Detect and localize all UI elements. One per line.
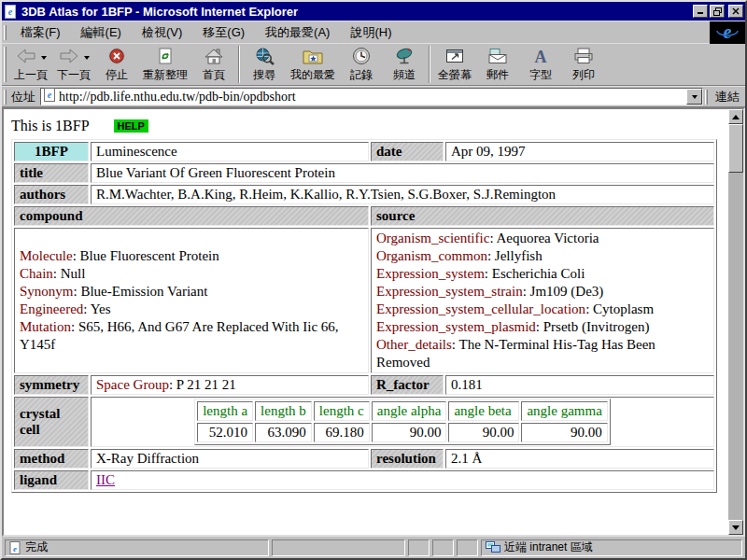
menu-view[interactable]: 檢視(V) [132,21,192,44]
authors-value: R.M.Wachter, B.A.King, R.Heim, K.Kallio,… [91,185,714,204]
scroll-down-button[interactable] [728,520,743,535]
favorites-icon [302,47,324,69]
history-button[interactable]: 記錄 [340,45,383,84]
pdb-summary-table: 1BFP Luminescence date Apr 09, 1997 titl… [11,139,717,493]
zone-text: 近端 intranet 區域 [504,539,593,555]
field-value: Escherichia Coli [492,266,585,281]
symmetry-value: Space GroupP 21 21 21 [91,375,369,395]
field-value: Aequorea Victoria [496,231,599,245]
menu-help[interactable]: 說明(H) [340,21,402,44]
back-icon [15,47,37,69]
field-key: Organism_scientific [376,231,496,245]
page-icon: e [43,88,56,105]
back-button[interactable]: 上一頁 [9,45,52,84]
field-key: Synonym [20,284,80,299]
field-value: Blue Fluorescent Protein [80,248,219,263]
stop-icon [106,47,127,69]
chevron-down-icon [692,95,698,99]
vertical-scrollbar[interactable] [728,109,743,535]
cell-value: 69.180 [314,423,370,442]
ligand-link[interactable]: IIC [96,472,115,487]
refresh-button[interactable]: 重新整理 [138,45,192,84]
stop-button[interactable]: 停止 [95,45,138,84]
date-value: Apr 09, 1997 [445,142,714,161]
field-key: Expression_system_plasmid [376,319,543,334]
scrollbar-thumb[interactable] [728,124,743,173]
ligand-value: IIC [91,470,714,490]
toolbar: 上一頁 下一頁 停止 重新整理 首頁 搜尋 我的最愛 [2,43,745,86]
mail-button[interactable]: 郵件 [476,45,519,84]
symmetry-label: symmetry [14,375,89,395]
address-dropdown-button[interactable] [686,89,702,105]
restore-button[interactable] [710,5,725,18]
resolution-label: resolution [371,449,444,469]
history-icon [351,47,372,69]
date-label: date [371,142,444,161]
cell-value: 63.090 [255,423,312,442]
help-link[interactable]: HELP [114,119,148,133]
font-button[interactable]: A 字型 [519,45,562,84]
field-key: Expression_system_cellular_location [376,301,593,316]
menu-favorites[interactable]: 我的最愛(A) [255,21,340,44]
field-value: Cytoplasm [593,301,654,316]
ligand-label: ligand [14,470,89,490]
font-icon: A [530,47,551,69]
cell-value: 52.010 [197,423,253,442]
close-button[interactable] [728,5,743,18]
favorites-button[interactable]: 我的最愛 [286,45,340,84]
search-button[interactable]: 搜尋 [243,45,286,84]
status-panel [408,539,430,556]
title-value: Blue Variant Of Green Fluorescent Protei… [91,163,714,183]
field-key: Organism_common [376,248,495,263]
links-toolbar[interactable]: 連結 [715,89,740,105]
cell-value: 90.00 [521,423,607,442]
classification-cell: Luminescence [91,142,369,161]
toolbar-grip[interactable] [4,47,7,82]
method-value: X-Ray Diffraction [91,449,369,469]
field-value: Null [61,266,86,281]
address-url[interactable]: http://pdb.life.nthu.edu.tw/pdb-bin/opdb… [59,90,686,105]
status-text: 完成 [25,539,48,555]
home-button[interactable]: 首頁 [192,45,235,84]
menu-grip[interactable] [4,25,7,40]
address-input[interactable]: e http://pdb.life.nthu.edu.tw/pdb-bin/op… [40,88,703,105]
field-key: Chain [20,266,61,281]
status-message-panel: e 完成 [5,539,269,556]
security-zone-panel: 近端 intranet 區域 [481,539,742,556]
table-row: MoleculeBlue Fluorescent Protein ChainNu… [14,228,714,373]
forward-dropdown-icon[interactable] [84,56,90,60]
cell-value: 90.00 [372,423,447,442]
links-grip[interactable] [705,90,708,105]
menu-edit[interactable]: 編輯(E) [71,21,132,44]
channels-button[interactable]: 頻道 [383,45,426,84]
svg-text:e: e [724,22,732,42]
address-grip[interactable] [4,90,7,105]
mail-icon [486,47,509,69]
print-button[interactable]: 列印 [562,45,605,84]
back-dropdown-icon[interactable] [41,56,47,60]
table-row: crystal cell length a length b length c … [14,397,714,447]
menu-go[interactable]: 移至(G) [192,21,255,44]
fullscreen-button[interactable]: 全螢幕 [433,45,476,84]
title-bar[interactable]: e 3DB Atlas for 1BFP - Microsoft Interne… [2,2,745,21]
intranet-zone-icon [486,541,500,553]
scroll-up-button[interactable] [728,109,743,124]
field-value: Jm109 (De3) [530,284,604,299]
minimize-button[interactable] [693,5,708,18]
table-row: title Blue Variant Of Green Fluorescent … [14,163,714,183]
title-label: title [14,163,89,183]
field-key: Engineered [20,301,91,316]
address-bar: 位址 e http://pdb.life.nthu.edu.tw/pdb-bin… [2,86,745,107]
status-panel [457,539,478,556]
authors-label: authors [14,185,89,204]
ie-document-icon: e [4,5,19,19]
menu-file[interactable]: 檔案(F) [10,21,71,44]
table-row: 1BFP Luminescence date Apr 09, 1997 [14,142,714,161]
field-value: P 21 21 21 [176,377,236,392]
field-key: Expression_system_strain [376,284,530,299]
col-header: angle beta [448,401,519,421]
table-row: length a length b length c angle alpha a… [197,401,608,421]
source-header: source [371,206,714,226]
svg-text:A: A [535,48,547,66]
forward-button[interactable]: 下一頁 [52,45,95,84]
